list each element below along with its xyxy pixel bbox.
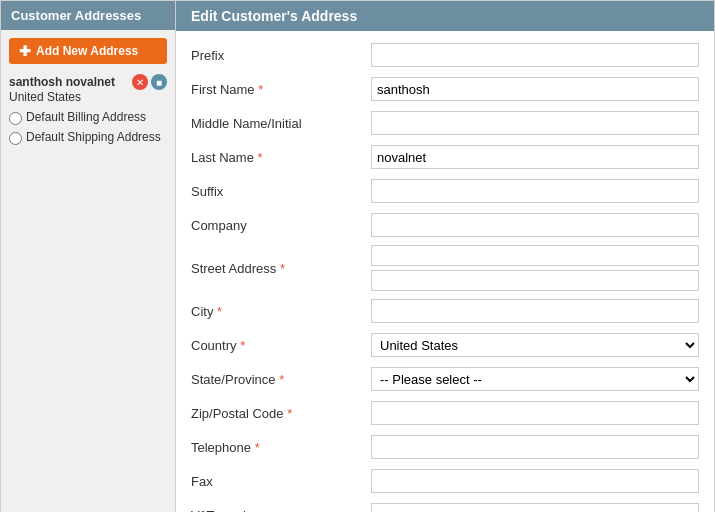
suffix-row: Suffix — [191, 177, 699, 205]
default-shipping-label: Default Shipping Address — [26, 130, 161, 144]
middle-name-input[interactable] — [371, 111, 699, 135]
first-name-input[interactable] — [371, 77, 699, 101]
sidebar: Customer Addresses ✚ Add New Address san… — [1, 1, 176, 512]
city-row: City * — [191, 297, 699, 325]
state-row: State/Province * -- Please select -- Cal… — [191, 365, 699, 393]
zip-label: Zip/Postal Code * — [191, 406, 371, 421]
form-area: Prefix First Name * Middle Name/Initial … — [176, 31, 714, 512]
company-input[interactable] — [371, 213, 699, 237]
edit-address-icon[interactable]: ■ — [151, 74, 167, 90]
state-label: State/Province * — [191, 372, 371, 387]
city-input[interactable] — [371, 299, 699, 323]
first-name-row: First Name * — [191, 75, 699, 103]
city-label: City * — [191, 304, 371, 319]
company-row: Company — [191, 211, 699, 239]
last-name-row: Last Name * — [191, 143, 699, 171]
company-label: Company — [191, 218, 371, 233]
vat-input[interactable] — [371, 503, 699, 512]
address-name: santhosh novalnet — [9, 75, 115, 89]
prefix-input[interactable] — [371, 43, 699, 67]
state-required-star: * — [279, 372, 284, 387]
address-item: santhosh novalnet ✕ ■ United States Defa… — [9, 74, 167, 145]
vat-label: VAT number — [191, 508, 371, 513]
first-name-required-star: * — [258, 82, 263, 97]
street-address-group — [371, 245, 699, 291]
street-address-label: Street Address * — [191, 261, 371, 276]
street-address-line1-input[interactable] — [371, 245, 699, 266]
country-select[interactable]: United States Canada United Kingdom Aust… — [371, 333, 699, 357]
middle-name-label: Middle Name/Initial — [191, 116, 371, 131]
country-label: Country * — [191, 338, 371, 353]
main-content: Edit Customer's Address Prefix First Nam… — [176, 1, 714, 512]
fax-label: Fax — [191, 474, 371, 489]
prefix-label: Prefix — [191, 48, 371, 63]
suffix-input[interactable] — [371, 179, 699, 203]
add-new-address-button[interactable]: ✚ Add New Address — [9, 38, 167, 64]
country-row: Country * United States Canada United Ki… — [191, 331, 699, 359]
street-required-star: * — [280, 261, 285, 276]
zip-input[interactable] — [371, 401, 699, 425]
default-billing-label: Default Billing Address — [26, 110, 146, 124]
zip-row: Zip/Postal Code * — [191, 399, 699, 427]
telephone-required-star: * — [255, 440, 260, 455]
prefix-row: Prefix — [191, 41, 699, 69]
zip-required-star: * — [287, 406, 292, 421]
fax-row: Fax — [191, 467, 699, 495]
vat-row: VAT number — [191, 501, 699, 512]
country-required-star: * — [240, 338, 245, 353]
address-icons: ✕ ■ — [132, 74, 167, 90]
plus-icon: ✚ — [19, 43, 31, 59]
first-name-label: First Name * — [191, 82, 371, 97]
main-header: Edit Customer's Address — [176, 1, 714, 31]
delete-address-icon[interactable]: ✕ — [132, 74, 148, 90]
city-required-star: * — [217, 304, 222, 319]
default-billing-row: Default Billing Address — [9, 110, 167, 125]
fax-input[interactable] — [371, 469, 699, 493]
telephone-label: Telephone * — [191, 440, 371, 455]
street-address-line2-input[interactable] — [371, 270, 699, 291]
default-shipping-radio[interactable] — [9, 132, 22, 145]
middle-name-row: Middle Name/Initial — [191, 109, 699, 137]
street-address-row: Street Address * — [191, 245, 699, 291]
suffix-label: Suffix — [191, 184, 371, 199]
telephone-input[interactable] — [371, 435, 699, 459]
add-button-label: Add New Address — [36, 44, 138, 58]
last-name-label: Last Name * — [191, 150, 371, 165]
state-select[interactable]: -- Please select -- California New York … — [371, 367, 699, 391]
telephone-row: Telephone * — [191, 433, 699, 461]
address-country: United States — [9, 90, 167, 104]
default-billing-radio[interactable] — [9, 112, 22, 125]
sidebar-header: Customer Addresses — [1, 1, 175, 30]
last-name-required-star: * — [258, 150, 263, 165]
last-name-input[interactable] — [371, 145, 699, 169]
default-shipping-row: Default Shipping Address — [9, 130, 167, 145]
